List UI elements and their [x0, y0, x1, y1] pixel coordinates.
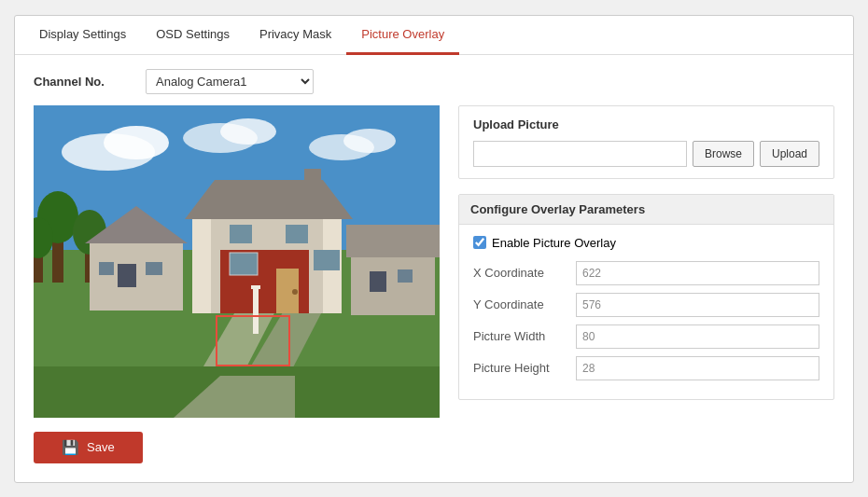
right-panel: Upload Picture Browse Upload Configure O…: [458, 105, 834, 418]
overlay-box: [216, 315, 290, 366]
upload-row: Browse Upload: [473, 141, 819, 167]
configure-body: Enable Picture Overlay X Coordinate Y Co…: [459, 225, 833, 399]
save-section: 💾 Save: [34, 432, 834, 463]
tab-privacy-mask[interactable]: Privacy Mask: [245, 16, 346, 55]
tab-bar: Display Settings OSD Settings Privacy Ma…: [15, 16, 853, 55]
enable-label: Enable Picture Overlay: [492, 236, 616, 250]
upload-file-input[interactable]: [473, 141, 687, 167]
svg-rect-28: [230, 253, 258, 275]
svg-rect-35: [370, 271, 386, 292]
param-row-y: Y Coordinate: [473, 293, 819, 317]
bottom-section: Upload Picture Browse Upload Configure O…: [34, 105, 834, 418]
upload-title: Upload Picture: [473, 117, 819, 131]
save-icon: 💾: [62, 439, 79, 456]
camera-svg: [34, 105, 440, 418]
svg-rect-24: [304, 169, 321, 197]
param-row-x: X Coordinate: [473, 261, 819, 285]
svg-rect-36: [398, 269, 413, 283]
upload-section: Upload Picture Browse Upload: [458, 105, 834, 179]
channel-row: Channel No. Analog Camera1 Analog Camera…: [34, 69, 834, 94]
save-label: Save: [87, 440, 115, 454]
configure-header: Configure Overlay Parameters: [459, 195, 833, 225]
param-input-width[interactable]: [576, 324, 819, 349]
svg-rect-38: [251, 285, 260, 289]
content-area: Channel No. Analog Camera1 Analog Camera…: [15, 55, 853, 482]
tab-display-settings[interactable]: Display Settings: [24, 16, 141, 55]
channel-select[interactable]: Analog Camera1 Analog Camera2 Analog Cam…: [146, 69, 314, 94]
svg-point-4: [220, 118, 276, 145]
svg-rect-31: [230, 225, 252, 243]
channel-label: Channel No.: [34, 75, 146, 89]
main-container: Display Settings OSD Settings Privacy Ma…: [14, 15, 854, 483]
tab-osd-settings[interactable]: OSD Settings: [141, 16, 245, 55]
svg-rect-19: [146, 262, 162, 275]
param-label-y: Y Coordinate: [473, 297, 576, 311]
svg-marker-34: [346, 225, 440, 257]
browse-button[interactable]: Browse: [693, 141, 754, 167]
enable-checkbox[interactable]: [473, 236, 486, 249]
param-label-x: X Coordinate: [473, 266, 576, 280]
tab-picture-overlay[interactable]: Picture Overlay: [346, 16, 459, 55]
svg-point-2: [104, 126, 169, 159]
upload-button[interactable]: Upload: [760, 141, 819, 167]
param-input-x[interactable]: [576, 261, 819, 285]
configure-section: Configure Overlay Parameters Enable Pict…: [458, 194, 834, 400]
param-row-height: Picture Height: [473, 356, 819, 380]
enable-row: Enable Picture Overlay: [473, 236, 819, 250]
svg-rect-18: [118, 264, 136, 287]
svg-point-6: [343, 129, 396, 153]
camera-preview: [34, 105, 440, 418]
save-button[interactable]: 💾 Save: [34, 432, 143, 463]
svg-rect-32: [286, 225, 308, 243]
param-input-y[interactable]: [576, 293, 819, 317]
svg-point-27: [292, 289, 298, 295]
param-input-height[interactable]: [576, 356, 819, 380]
svg-rect-30: [314, 250, 340, 270]
svg-rect-20: [99, 262, 114, 275]
svg-rect-33: [351, 255, 435, 315]
param-label-width: Picture Width: [473, 329, 576, 343]
param-row-width: Picture Width: [473, 324, 819, 349]
param-label-height: Picture Height: [473, 361, 576, 375]
